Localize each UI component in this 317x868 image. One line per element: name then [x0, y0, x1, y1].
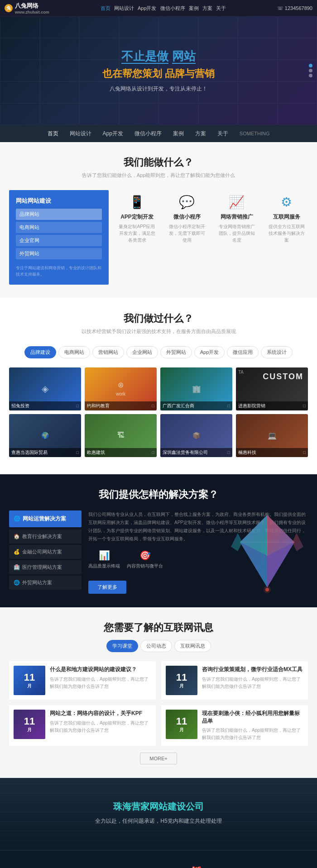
- crystal-decoration: [226, 506, 308, 596]
- work8-icon: □: [303, 450, 306, 455]
- service-app-desc: 量身定制APP应用开发方案，满足您各类需求: [118, 223, 156, 243]
- header: 兔 八兔网络 www.zhuhait.com 首页 网站设计 App开发 微信小…: [0, 0, 317, 16]
- sol-item-2[interactable]: 💰 金融公司网站方案: [9, 545, 82, 559]
- news-tab-company[interactable]: 公司动态: [140, 640, 172, 652]
- service-wechat-name: 微信小程序: [168, 213, 206, 221]
- tab-wechat-app[interactable]: 微信应用: [227, 346, 259, 358]
- service-internet-desc: 提供全方位互联网技术服务与解决方案: [267, 223, 306, 243]
- nav-item-app[interactable]: App开发: [138, 5, 157, 12]
- hero-title1-highlight: 网站: [172, 49, 196, 64]
- work1-decoration: ◈: [42, 383, 48, 394]
- work-label-8: 楠惠科技 □: [236, 448, 308, 457]
- nav-item-about[interactable]: 关于: [216, 5, 226, 12]
- service-left-item-4[interactable]: 外贸网站: [16, 248, 102, 259]
- crystal-svg: [226, 506, 308, 596]
- news-date-month-1: 月: [27, 683, 32, 689]
- tab-foreign[interactable]: 外贸网站: [160, 346, 192, 358]
- tab-ecommerce[interactable]: 电商网站: [58, 346, 90, 358]
- work-label-6: 欧惠建筑 □: [85, 448, 157, 457]
- logo-text: 八兔网络: [15, 2, 49, 10]
- header-contact: ☏ 1234567890: [277, 5, 312, 11]
- guarantee-4: 👥 设计队伍承诺 专业设计团队: [237, 859, 308, 868]
- nav2-wechat[interactable]: 微信小程序: [134, 130, 162, 138]
- news-more-btn[interactable]: MORE+: [140, 753, 177, 764]
- logo-icon: 兔: [5, 4, 13, 12]
- service-left-item-3[interactable]: 企业官网: [16, 235, 102, 246]
- scroll-dot-3: [309, 74, 312, 77]
- work6-name: 欧惠建筑: [87, 449, 105, 456]
- work6-decoration: 🏗: [117, 431, 125, 439]
- work-item-7[interactable]: 📦 深圳鑫法货务有限公司 □: [160, 414, 232, 457]
- tab-system[interactable]: 系统设计: [261, 346, 293, 358]
- nav2-solutions[interactable]: 方案: [195, 130, 206, 138]
- work4-icon: □: [303, 404, 306, 408]
- work-item-8[interactable]: 💻 楠惠科技 □: [236, 414, 308, 457]
- app-icon: 📱: [118, 195, 156, 210]
- svg-marker-9: [292, 533, 303, 551]
- news-tab-internet[interactable]: 互联网讯息: [174, 640, 211, 652]
- tab-enterprise[interactable]: 企业网站: [126, 346, 158, 358]
- news-img-3: 11 月: [14, 710, 45, 739]
- tab-marketing[interactable]: 营销网站: [92, 346, 124, 358]
- hero-title2: 也在帮您策划 品牌与营销: [102, 67, 215, 81]
- work-item-4[interactable]: CUSTOM TA 进惠影院营销 □: [236, 367, 308, 410]
- internet-icon: ⚙: [267, 195, 306, 210]
- nav-item-design[interactable]: 网站设计: [114, 5, 134, 12]
- nav2-app[interactable]: App开发: [103, 130, 123, 138]
- nav2-design[interactable]: 网站设计: [70, 130, 91, 138]
- service-internet-name: 互联网服务: [267, 213, 306, 221]
- sol-feature-2-icon: 🎯: [127, 550, 163, 561]
- nav-item-home[interactable]: 首页: [101, 5, 110, 12]
- sol-item-4[interactable]: 🌐 外贸网站方案: [9, 576, 82, 590]
- wechat-icon: 💬: [168, 195, 206, 210]
- cta-promise: 全力以赴，任何问题承诺，H5党内和建立共处理处理: [9, 817, 308, 825]
- nav2-about[interactable]: 关于: [217, 130, 228, 138]
- news-title: 您需要了解的互联网讯息: [9, 621, 308, 634]
- news-img-4: 11 月: [166, 710, 197, 739]
- work-item-1[interactable]: ◈ 招兔投资 □: [9, 367, 81, 410]
- news-title-2: 咨询行业策策规划，微学行业适合MX工具: [202, 666, 303, 673]
- hero-title1-text: 不止是做: [121, 49, 168, 64]
- news-date-num-2: 11: [176, 672, 187, 683]
- work-item-6[interactable]: 🏗 欧惠建筑 □: [85, 414, 157, 457]
- news-card-2: 11 月 咨询行业策策规划，微学行业适合MX工具 告诉了您我们能做什么，App能…: [161, 661, 308, 700]
- news-title-1: 什么是和地方建设网站的建设建议？: [50, 666, 151, 673]
- sol-item-3-icon: 🏥: [14, 564, 20, 570]
- nav2-home[interactable]: 首页: [48, 130, 58, 138]
- guarantee-1-icon: 🤝: [14, 866, 76, 868]
- solutions-more-btn[interactable]: 了解更多: [88, 581, 126, 594]
- news-content-1: 什么是和地方建设网站的建设建议？ 告诉了您我们能做什么，App能帮到您，再让您了…: [50, 666, 151, 695]
- service-marketing-desc: 专业网络营销推广团队，提升品牌知名度: [217, 223, 256, 243]
- section-what-we-do: 我们能做什么？ 告诉了您我们能做什么，App能帮到您，再让您了解我们能为您做什么…: [0, 142, 317, 298]
- sol-item-3[interactable]: 🏥 医疗管理网站方案: [9, 560, 82, 574]
- guarantees-grid: 🤝 咨询免费承诺 无偿咨询服务 🛡 免责政策承诺 保障客户权益 🎁 送款欢颂承诺…: [9, 859, 308, 868]
- nav-item-wechat[interactable]: 微信小程序: [160, 5, 185, 12]
- hero-content: 不止是做 网站 也在帮您策划 品牌与营销 八兔网络从设计到开发，专注从未停止！: [102, 48, 215, 93]
- tab-app[interactable]: App开发: [194, 346, 225, 358]
- work2-decoration: ⊛work: [114, 378, 128, 400]
- svg-marker-10: [231, 533, 242, 551]
- sol-active-label: 网站运营解决方案: [23, 515, 66, 523]
- service-left-item-1[interactable]: 品牌网站: [16, 209, 102, 220]
- news-grid: 11 月 什么是和地方建设网站的建设建议？ 告诉了您我们能做什么，App能帮到您…: [9, 661, 308, 746]
- nav2-cases[interactable]: 案例: [173, 130, 184, 138]
- tab-brand[interactable]: 品牌建设: [24, 346, 56, 358]
- section-solutions: 我们提供怎样的解决方案？ 🌐 网站运营解决方案 🏠 教育行业解决方案 💰 金融公…: [0, 474, 317, 607]
- news-date-num-4: 11: [176, 715, 187, 727]
- news-tab-study[interactable]: 学习课堂: [106, 640, 138, 652]
- work-item-3[interactable]: 🏢 广西广发汇合商 □: [160, 367, 232, 410]
- news-content-3: 网站之道：网络内容的设计，关乎KPF 告诉了您我们能做什么，App能帮到您，再让…: [50, 710, 151, 742]
- solutions-active-item: 🌐 网站运营解决方案: [9, 510, 82, 527]
- service-left-item-2[interactable]: 电商网站: [16, 222, 102, 233]
- nav-item-solutions[interactable]: 方案: [202, 5, 212, 12]
- nav-item-cases[interactable]: 案例: [189, 5, 199, 12]
- guarantee-2-icon: 🛡: [90, 866, 152, 868]
- work-item-5[interactable]: 🌍 查惠当选国际贸易 □: [9, 414, 81, 457]
- news-card-4: 11 月 现在要刺激小侠：经小狐利用用您解量标品单 告诉了您我们能做什么，App…: [161, 705, 308, 746]
- sol-item-1[interactable]: 🏠 教育行业解决方案: [9, 529, 82, 544]
- section-cta: 珠海营家网站建设公司 全力以赴，任何问题承诺，H5党内和建立共处理处理: [0, 778, 317, 850]
- sol-item-1-label: 教育行业解决方案: [22, 533, 62, 540]
- news-tabs: 学习课堂 公司动态 互联网讯息: [9, 640, 308, 652]
- service-card-marketing: 📈 网络营销推广 专业网络营销推广团队，提升品牌知名度: [215, 190, 258, 248]
- work-item-2[interactable]: ⊛work 约和约教育 □: [85, 367, 157, 410]
